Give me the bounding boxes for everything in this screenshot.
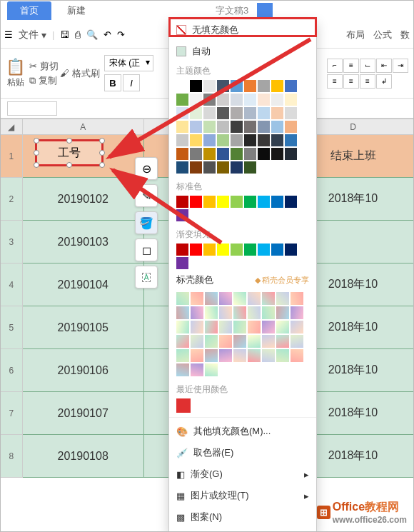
gradient-option[interactable]: ◧渐变(G)▸ xyxy=(169,463,316,485)
color-swatch[interactable] xyxy=(190,107,202,119)
color-swatch[interactable] xyxy=(190,244,202,256)
copy-button[interactable]: ⧉复制 xyxy=(29,74,59,87)
color-swatch[interactable] xyxy=(203,107,216,119)
gradient-swatch[interactable] xyxy=(233,292,246,305)
color-swatch[interactable] xyxy=(258,134,270,146)
color-swatch[interactable] xyxy=(190,161,202,174)
indent-more[interactable]: ⇥ xyxy=(393,59,408,73)
color-swatch[interactable] xyxy=(203,161,216,174)
color-swatch[interactable] xyxy=(271,121,283,133)
gradient-swatch[interactable] xyxy=(276,306,289,319)
gradient-swatch[interactable] xyxy=(291,349,303,362)
resize-handle[interactable] xyxy=(99,150,105,156)
gradient-swatch[interactable] xyxy=(176,349,189,362)
color-swatch[interactable] xyxy=(190,134,202,146)
color-swatch[interactable] xyxy=(271,196,283,208)
color-swatch[interactable] xyxy=(271,80,283,92)
color-swatch[interactable] xyxy=(258,121,270,133)
eyedropper-option[interactable]: 💉取色器(E) xyxy=(169,442,316,463)
color-swatch[interactable] xyxy=(271,148,283,160)
color-swatch[interactable] xyxy=(203,134,216,146)
nav-data[interactable]: 数 xyxy=(400,29,410,41)
cut-button[interactable]: ✂剪切 xyxy=(29,60,59,73)
color-swatch[interactable] xyxy=(176,121,188,133)
mini-format-button[interactable]: ✎ xyxy=(135,184,158,207)
color-swatch[interactable] xyxy=(244,134,256,146)
color-swatch[interactable] xyxy=(271,244,283,256)
color-swatch[interactable] xyxy=(203,148,216,160)
cell[interactable]: 20190104 xyxy=(22,264,143,306)
color-swatch[interactable] xyxy=(285,94,297,106)
save-icon[interactable]: 🖫 xyxy=(60,29,69,40)
color-swatch[interactable] xyxy=(203,94,216,106)
row-header[interactable]: 4 xyxy=(1,264,23,306)
color-swatch[interactable] xyxy=(203,121,216,133)
cell[interactable]: 20190102 xyxy=(22,178,143,221)
gradient-swatch[interactable] xyxy=(276,349,289,362)
color-swatch[interactable] xyxy=(231,161,243,174)
gradient-swatch[interactable] xyxy=(219,335,232,348)
color-swatch[interactable] xyxy=(217,94,229,106)
color-swatch[interactable] xyxy=(285,80,297,92)
resize-handle[interactable] xyxy=(34,162,39,168)
recent-color-swatch[interactable] xyxy=(176,398,191,413)
color-swatch[interactable] xyxy=(244,148,256,160)
color-swatch[interactable] xyxy=(176,244,188,256)
tab-new[interactable]: 新建 xyxy=(54,1,99,20)
col-header-a[interactable]: A xyxy=(22,119,143,135)
color-swatch[interactable] xyxy=(176,148,188,160)
resize-handle[interactable] xyxy=(66,138,72,144)
picture-texture-option[interactable]: ▦图片或纹理(T)▸ xyxy=(169,485,316,506)
color-swatch[interactable] xyxy=(176,209,188,221)
color-swatch[interactable] xyxy=(203,80,216,92)
color-swatch[interactable] xyxy=(244,121,256,133)
gradient-swatch[interactable] xyxy=(262,335,275,348)
add-tab-button[interactable] xyxy=(257,3,273,19)
resize-handle[interactable] xyxy=(99,162,105,168)
gradient-swatch[interactable] xyxy=(233,349,246,362)
gradient-swatch[interactable] xyxy=(205,349,218,362)
gradient-swatch[interactable] xyxy=(176,306,189,319)
color-swatch[interactable] xyxy=(176,134,188,146)
color-swatch[interactable] xyxy=(271,94,283,106)
color-swatch[interactable] xyxy=(231,244,243,256)
paste-button[interactable]: 📋 粘贴 xyxy=(6,58,25,89)
color-swatch[interactable] xyxy=(285,134,297,146)
gradient-swatch[interactable] xyxy=(191,306,203,319)
color-swatch[interactable] xyxy=(190,80,202,92)
color-swatch[interactable] xyxy=(231,121,243,133)
no-fill-option[interactable]: 无填充颜色 xyxy=(169,19,316,41)
gradient-swatch[interactable] xyxy=(233,321,246,333)
cell[interactable]: 20190107 xyxy=(22,392,143,435)
font-name-dropdown[interactable]: 宋体 (正 xyxy=(104,55,153,71)
row-header[interactable]: 8 xyxy=(1,435,23,478)
tab-home[interactable]: 首页 xyxy=(7,1,51,20)
gradient-swatch[interactable] xyxy=(205,335,218,348)
color-swatch[interactable] xyxy=(190,196,202,208)
italic-button[interactable]: I xyxy=(123,74,140,91)
print-icon[interactable]: ⎙ xyxy=(75,29,81,40)
gradient-swatch[interactable] xyxy=(291,306,303,319)
select-all-corner[interactable]: ◢ xyxy=(1,119,23,135)
nav-formula[interactable]: 公式 xyxy=(373,29,392,41)
color-swatch[interactable] xyxy=(217,196,229,208)
color-swatch[interactable] xyxy=(258,196,270,208)
color-swatch[interactable] xyxy=(285,196,297,208)
color-swatch[interactable] xyxy=(231,196,243,208)
auto-fill-option[interactable]: 自动 xyxy=(169,41,316,62)
color-swatch[interactable] xyxy=(203,244,216,256)
row-header[interactable]: 5 xyxy=(1,306,23,349)
row-header[interactable]: 3 xyxy=(1,221,23,264)
gradient-swatch[interactable] xyxy=(248,321,261,333)
selected-textbox[interactable]: 工号 xyxy=(36,140,103,166)
gradient-swatch[interactable] xyxy=(176,292,189,305)
resize-handle[interactable] xyxy=(34,150,39,156)
align-middle[interactable]: ≡ xyxy=(343,59,359,73)
gradient-swatch[interactable] xyxy=(233,335,246,348)
gradient-swatch[interactable] xyxy=(248,335,261,348)
color-swatch[interactable] xyxy=(231,148,243,160)
row-header[interactable]: 1 xyxy=(1,135,23,178)
color-swatch[interactable] xyxy=(190,121,202,133)
color-swatch[interactable] xyxy=(258,107,270,119)
color-swatch[interactable] xyxy=(231,80,243,92)
